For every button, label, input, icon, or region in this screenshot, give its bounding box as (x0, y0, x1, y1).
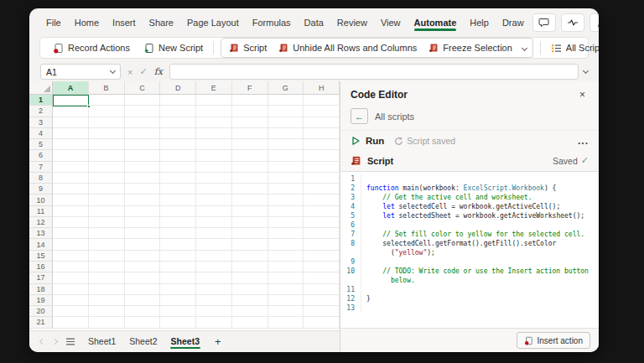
cell-g1[interactable] (268, 95, 304, 106)
sheet-scroll-right-icon[interactable] (50, 340, 60, 344)
cell-f14[interactable] (232, 239, 268, 250)
cell-g7[interactable] (268, 162, 304, 173)
cell-b14[interactable] (89, 239, 125, 250)
cell-d4[interactable] (160, 128, 196, 139)
cell-f11[interactable] (232, 206, 268, 217)
cell-f6[interactable] (232, 150, 268, 161)
row-header-15[interactable]: 15 (29, 251, 53, 262)
cell-a21[interactable] (53, 317, 89, 328)
cell-h15[interactable] (304, 251, 340, 262)
all-scripts-button[interactable]: All Scripts (545, 39, 599, 57)
row-header-14[interactable]: 14 (29, 239, 53, 250)
name-box-chevron-icon[interactable] (110, 67, 116, 73)
cell-h18[interactable] (304, 284, 340, 295)
cell-a3[interactable] (53, 117, 89, 128)
cell-c17[interactable] (125, 272, 161, 283)
cell-e19[interactable] (196, 295, 232, 306)
cell-g15[interactable] (268, 251, 304, 262)
cell-d19[interactable] (160, 295, 196, 306)
cell-g9[interactable] (268, 184, 304, 194)
cell-b18[interactable] (89, 284, 125, 295)
cell-e12[interactable] (196, 217, 232, 228)
cell-a11[interactable] (53, 206, 89, 217)
cell-g16[interactable] (268, 262, 304, 272)
menu-tab-share[interactable]: Share (143, 13, 180, 34)
cell-h10[interactable] (304, 194, 340, 205)
cell-f5[interactable] (232, 139, 268, 150)
cell-b4[interactable] (89, 128, 125, 139)
cell-d7[interactable] (160, 162, 196, 173)
cell-e3[interactable] (196, 117, 232, 128)
cell-c13[interactable] (125, 228, 161, 239)
row-header-20[interactable]: 20 (29, 306, 53, 317)
cell-c21[interactable] (125, 317, 161, 328)
more-options-button[interactable]: ... (578, 135, 589, 147)
cell-h11[interactable] (304, 206, 340, 217)
cell-e5[interactable] (196, 139, 232, 150)
cell-h2[interactable] (304, 106, 340, 117)
cell-g21[interactable] (268, 317, 304, 328)
cell-d11[interactable] (160, 206, 196, 217)
cell-a20[interactable] (53, 306, 89, 317)
cell-h20[interactable] (304, 306, 340, 317)
cell-e15[interactable] (196, 251, 232, 262)
cell-c5[interactable] (125, 139, 161, 150)
cell-b19[interactable] (89, 295, 125, 306)
cell-e17[interactable] (196, 272, 232, 283)
sheet-tab-sheet3[interactable]: Sheet3 (164, 333, 206, 350)
cell-d9[interactable] (160, 184, 196, 194)
cell-b9[interactable] (89, 184, 125, 194)
row-header-19[interactable]: 19 (29, 295, 53, 306)
cell-b1[interactable] (89, 95, 125, 106)
script-gallery-item-unhide[interactable]: Unhide All Rows and Columns (273, 39, 423, 57)
cell-b7[interactable] (89, 162, 125, 173)
row-header-18[interactable]: 18 (29, 284, 53, 295)
cell-e10[interactable] (196, 194, 232, 205)
cell-d14[interactable] (160, 239, 196, 250)
cell-e4[interactable] (196, 128, 232, 139)
cell-g11[interactable] (268, 206, 304, 217)
cell-f4[interactable] (232, 128, 268, 139)
row-header-11[interactable]: 11 (29, 206, 53, 217)
cell-g4[interactable] (268, 128, 304, 139)
cell-h17[interactable] (304, 272, 340, 283)
column-header-e[interactable]: E (196, 81, 232, 95)
cell-a7[interactable] (53, 162, 89, 173)
cell-f9[interactable] (232, 184, 268, 194)
cell-g17[interactable] (268, 272, 304, 283)
cell-d16[interactable] (160, 262, 196, 272)
close-icon[interactable]: × (576, 88, 589, 101)
cell-d17[interactable] (160, 272, 196, 283)
cell-c7[interactable] (125, 162, 161, 173)
cell-c16[interactable] (125, 262, 161, 272)
cell-d12[interactable] (160, 217, 196, 228)
cell-a12[interactable] (53, 217, 89, 228)
menu-tab-automate[interactable]: Automate (408, 13, 464, 34)
script-gallery-item-freeze[interactable]: Freeze Selection (423, 39, 518, 57)
cell-b11[interactable] (89, 206, 125, 217)
add-sheet-button[interactable]: + (210, 335, 226, 348)
cell-f21[interactable] (232, 317, 268, 328)
cell-b2[interactable] (89, 106, 125, 117)
cell-e14[interactable] (196, 239, 232, 250)
menu-tab-formulas[interactable]: Formulas (246, 13, 298, 34)
cell-g13[interactable] (268, 228, 304, 239)
insert-action-button[interactable]: Insert action (517, 332, 590, 349)
record-actions-button[interactable]: Record Actions (47, 39, 136, 57)
row-header-17[interactable]: 17 (29, 272, 53, 283)
cell-b13[interactable] (89, 228, 125, 239)
cell-b3[interactable] (89, 117, 125, 128)
cell-h5[interactable] (304, 139, 340, 150)
cell-a5[interactable] (53, 139, 89, 150)
cell-g20[interactable] (268, 306, 304, 317)
cell-e21[interactable] (196, 317, 232, 328)
cell-b16[interactable] (89, 262, 125, 272)
cell-f3[interactable] (232, 117, 268, 128)
script-tab[interactable]: Script Saved ✓ (340, 151, 599, 171)
cell-b15[interactable] (89, 251, 125, 262)
column-header-c[interactable]: C (125, 81, 161, 95)
fill-handle[interactable] (87, 105, 91, 108)
cell-g18[interactable] (268, 284, 304, 295)
cell-h6[interactable] (304, 150, 340, 161)
cell-b8[interactable] (89, 173, 125, 184)
